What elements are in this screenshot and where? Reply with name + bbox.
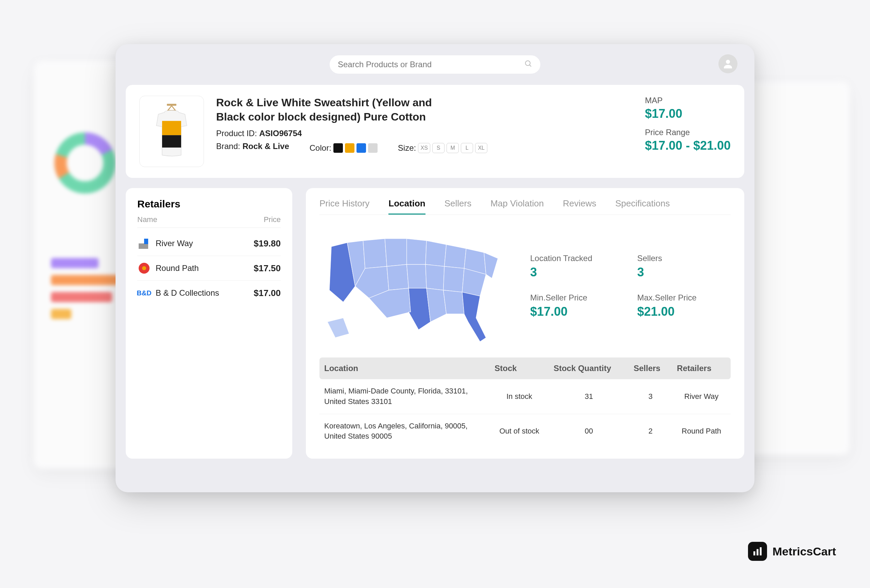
stat-max-label: Max.Seller Price [637, 293, 731, 303]
stat-sellers-label: Sellers [637, 254, 731, 263]
tab-sellers[interactable]: Sellers [444, 198, 471, 215]
metricscart-logo: MetricsCart [748, 542, 836, 561]
size-option[interactable]: M [447, 143, 459, 153]
size-option[interactable]: L [461, 143, 473, 153]
tab-price-history[interactable]: Price History [319, 198, 369, 215]
table-row: Koreatown, Los Angeles, California, 9000… [319, 414, 731, 448]
retailer-price: $17.50 [253, 263, 281, 274]
stat-sellers-value: 3 [637, 265, 731, 279]
th-qty: Stock Quantity [549, 358, 629, 379]
cell-retailers: River Way [672, 379, 731, 414]
svg-rect-15 [760, 547, 761, 555]
retailer-name: Round Path [156, 263, 199, 273]
main-panel: Price HistoryLocationSellersMap Violatio… [306, 188, 744, 459]
svg-rect-10 [144, 239, 148, 244]
retailers-title: Retailers [137, 198, 281, 210]
svg-point-5 [726, 60, 730, 64]
size-options: XSSMLXL [418, 143, 487, 153]
retailer-name: B & D Collections [156, 288, 219, 298]
cell-sellers: 3 [629, 379, 672, 414]
product-title: Rock & Live White Sweatshirt (Yellow and… [216, 96, 461, 124]
search-box[interactable] [330, 55, 540, 74]
avatar[interactable] [718, 54, 737, 73]
range-value: $17.00 - $21.00 [645, 138, 731, 153]
brand-label: Brand: [216, 141, 240, 151]
topbar [126, 54, 744, 75]
product-id-row: Product ID: ASIO96754 [216, 129, 633, 138]
svg-rect-8 [162, 135, 181, 147]
size-label: Size: [398, 143, 416, 153]
svg-rect-13 [754, 551, 755, 555]
th-sellers: Sellers [629, 358, 672, 379]
color-swatch[interactable] [345, 143, 355, 153]
brand-value: Rock & Live [242, 141, 289, 151]
stat-loc-value: 3 [530, 265, 624, 279]
size-option[interactable]: XS [418, 143, 430, 153]
map-value: $17.00 [645, 107, 731, 121]
tab-reviews[interactable]: Reviews [563, 198, 596, 215]
size-option[interactable]: S [432, 143, 444, 153]
tabs: Price HistoryLocationSellersMap Violatio… [319, 198, 731, 215]
retailer-price: $19.80 [253, 238, 281, 249]
app-window: Rock & Live White Sweatshirt (Yellow and… [116, 44, 754, 492]
map-label: MAP [645, 96, 731, 105]
color-swatch[interactable] [356, 143, 366, 153]
range-label: Price Range [645, 128, 731, 137]
svg-rect-14 [757, 549, 758, 555]
svg-rect-7 [162, 121, 181, 135]
cell-sellers: 2 [629, 414, 672, 448]
svg-point-12 [142, 266, 146, 270]
table-row: Miami, Miami-Dade County, Florida, 33101… [319, 379, 731, 414]
th-stock: Stock [490, 358, 549, 379]
cell-stock: In stock [490, 379, 549, 414]
brand-row: Brand: Rock & Live [216, 141, 289, 151]
stat-min-value: $17.00 [530, 304, 624, 319]
retailer-row[interactable]: B&DB & D Collections$17.00 [137, 281, 281, 305]
stat-loc-label: Location Tracked [530, 254, 624, 263]
cell-location: Koreatown, Los Angeles, California, 9000… [319, 414, 490, 448]
metricscart-icon [748, 542, 767, 561]
product-card: Rock & Live White Sweatshirt (Yellow and… [126, 85, 744, 178]
retailer-row[interactable]: Round Path$17.50 [137, 256, 281, 281]
cell-qty: 31 [549, 379, 629, 414]
stat-min-label: Min.Seller Price [530, 293, 624, 303]
product-image [139, 96, 204, 167]
retailers-head-name: Name [137, 215, 157, 224]
retailer-logo: B&D [137, 286, 151, 300]
ghost-donut [51, 129, 119, 197]
tab-specifications[interactable]: Specifications [615, 198, 670, 215]
cell-qty: 00 [549, 414, 629, 448]
size-option[interactable]: XL [475, 143, 487, 153]
metricscart-text: MetricsCart [772, 545, 836, 558]
product-id-label: Product ID: [216, 129, 257, 138]
location-table: Location Stock Stock Quantity Sellers Re… [319, 358, 731, 448]
svg-rect-9 [139, 244, 148, 249]
color-label: Color: [310, 143, 331, 153]
color-swatches [334, 143, 378, 153]
stats-grid: Location Tracked 3 Sellers 3 Min.Seller … [530, 225, 731, 347]
color-swatch[interactable] [368, 143, 378, 153]
cell-stock: Out of stock [490, 414, 549, 448]
search-icon [524, 59, 532, 70]
search-input[interactable] [338, 60, 524, 69]
product-info: Rock & Live White Sweatshirt (Yellow and… [216, 96, 633, 167]
us-map[interactable] [319, 225, 510, 347]
cell-retailers: Round Path [672, 414, 731, 448]
retailer-price: $17.00 [253, 288, 281, 298]
retailer-name: River Way [156, 239, 193, 248]
retailer-row[interactable]: River Way$19.80 [137, 231, 281, 256]
tab-location[interactable]: Location [389, 198, 425, 215]
product-id: ASIO96754 [259, 129, 302, 138]
cell-location: Miami, Miami-Dade County, Florida, 33101… [319, 379, 490, 414]
price-panel: MAP $17.00 Price Range $17.00 - $21.00 [645, 96, 731, 167]
retailers-panel: Retailers Name Price River Way$19.80Roun… [126, 188, 292, 459]
color-swatch[interactable] [334, 143, 343, 153]
stat-max-value: $21.00 [637, 304, 731, 319]
retailer-logo [137, 237, 151, 250]
svg-line-4 [529, 65, 531, 67]
svg-point-3 [525, 61, 530, 65]
retailers-head-price: Price [264, 215, 281, 224]
tab-map-violation[interactable]: Map Violation [490, 198, 544, 215]
th-retailers: Retailers [672, 358, 731, 379]
th-location: Location [319, 358, 490, 379]
